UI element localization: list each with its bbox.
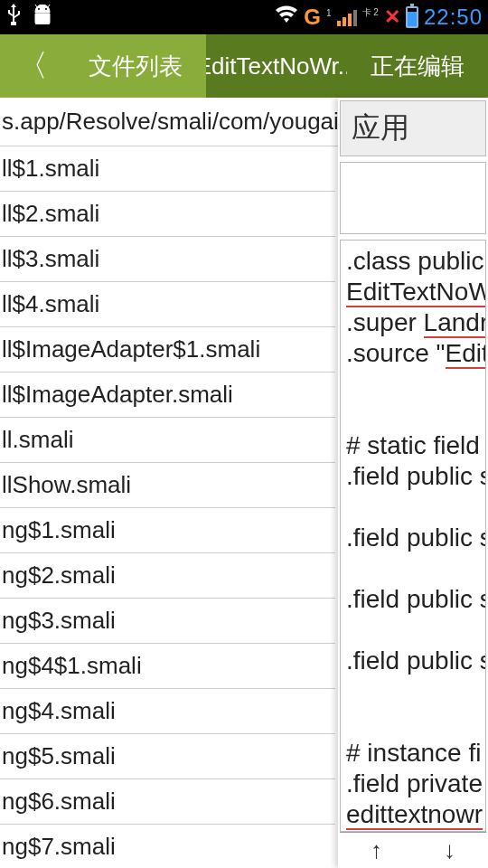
code-text: .source " <box>346 339 446 367</box>
usb-icon <box>5 4 22 31</box>
app-header: 〈 文件列表 EditTextNoWr... 正在编辑 <box>0 34 488 98</box>
code-text: EditT <box>446 339 486 369</box>
arrow-up-button[interactable]: ↑ <box>371 836 382 864</box>
code-text: .super <box>346 308 424 336</box>
list-item[interactable]: ll$ImageAdapter.smali <box>0 373 335 418</box>
signal-bars-icon <box>337 8 357 26</box>
list-item[interactable]: ll$3.smali <box>0 237 335 282</box>
list-item[interactable]: ng$2.smali <box>0 553 335 599</box>
code-text: .field private <box>346 769 483 797</box>
wifi-icon <box>275 5 298 30</box>
list-item[interactable]: ll$4.smali <box>0 282 335 327</box>
list-item[interactable]: ll.smali <box>0 418 335 463</box>
editor-pane: 应用 .class public EditTextNoW .super Land… <box>338 98 488 868</box>
back-button[interactable]: 〈 <box>0 34 65 98</box>
sim2-label: 卡 2 <box>362 6 379 19</box>
list-item[interactable]: ll$ImageAdapter$1.smali <box>0 327 335 373</box>
list-item[interactable]: ng$4$1.smali <box>0 644 335 689</box>
list-item[interactable]: ng$3.smali <box>0 599 335 644</box>
list-item[interactable]: ll$1.smali <box>0 146 335 192</box>
code-editor[interactable]: .class public EditTextNoW .super Landr .… <box>340 240 486 832</box>
code-text: .field public s <box>346 646 486 675</box>
list-item[interactable]: ng$7.smali <box>0 825 335 868</box>
code-text: .field public s <box>346 462 486 490</box>
code-text: .field public s <box>346 585 486 613</box>
svg-point-1 <box>45 8 47 10</box>
code-text: EditTextNoW <box>346 278 486 307</box>
svg-point-0 <box>38 8 40 10</box>
clock: 22:50 <box>424 5 483 30</box>
list-item[interactable]: llShow.smali <box>0 463 335 508</box>
arrow-down-button[interactable]: ↓ <box>444 836 455 864</box>
network-type-icon: G <box>304 5 321 30</box>
search-input[interactable] <box>340 162 486 234</box>
no-signal-icon: ✕ <box>384 5 400 29</box>
file-list[interactable]: ll$1.smali ll$2.smali ll$3.smali ll$4.sm… <box>0 146 335 868</box>
nav-arrows: ↑ ↓ <box>340 832 486 868</box>
tab-edit-file[interactable]: EditTextNoWr... <box>206 34 347 98</box>
sim1-label: 1 <box>326 8 332 18</box>
list-item[interactable]: ng$5.smali <box>0 734 335 779</box>
code-text: # instance fi <box>346 739 481 767</box>
code-text: edittextnowr <box>346 800 483 830</box>
apply-button[interactable]: 应用 <box>340 100 486 156</box>
list-item[interactable]: ng$1.smali <box>0 508 335 553</box>
list-item[interactable]: ng$4.smali <box>0 689 335 734</box>
code-text: .field public s <box>346 524 486 552</box>
battery-icon <box>406 6 418 28</box>
tab-file-list[interactable]: 文件列表 <box>65 34 206 98</box>
list-item[interactable]: ll$2.smali <box>0 192 335 237</box>
tab-editing[interactable]: 正在编辑 <box>347 34 488 98</box>
android-icon <box>31 5 54 30</box>
code-text: Landr <box>424 308 486 338</box>
code-text: # static field <box>346 431 480 459</box>
list-item[interactable]: ng$6.smali <box>0 779 335 825</box>
status-bar: G 1 卡 2 ✕ 22:50 <box>0 0 488 34</box>
code-text: .class public <box>346 247 484 275</box>
